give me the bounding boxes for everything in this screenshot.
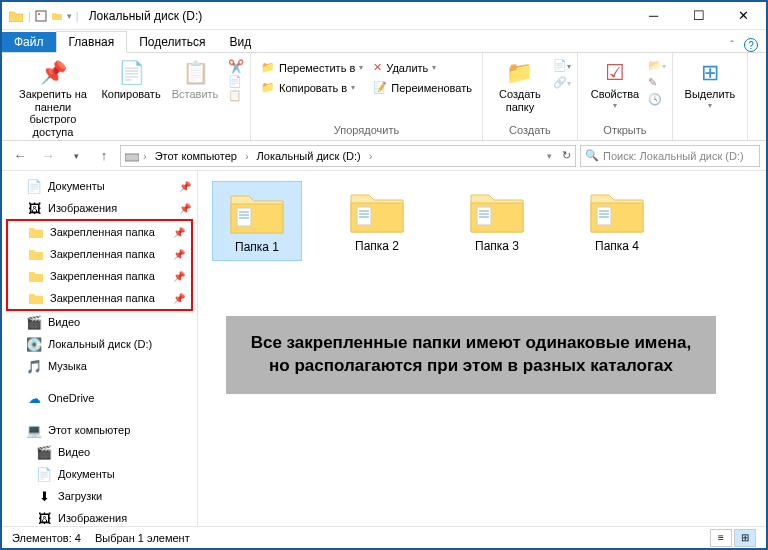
svg-rect-1: [38, 13, 40, 15]
dl-icon: ⬇: [36, 488, 52, 504]
sidebar-item-label: Изображения: [58, 512, 127, 524]
tab-home[interactable]: Главная: [56, 31, 128, 53]
sidebar-thispc[interactable]: 💻Этот компьютер: [2, 419, 197, 441]
copyto-button[interactable]: 📁Копировать в ▾: [257, 79, 367, 96]
crumb-pc[interactable]: Этот компьютер: [151, 150, 241, 162]
sidebar-item[interactable]: 🖼Изображения: [2, 507, 197, 526]
folder-small-icon[interactable]: [51, 10, 63, 22]
sidebar-item[interactable]: ⬇Загрузки: [2, 485, 197, 507]
address-bar: ← → ▾ ↑ › Этот компьютер › Локальный дис…: [2, 141, 766, 171]
sidebar-item[interactable]: 🎬Видео: [2, 441, 197, 463]
svg-rect-0: [36, 11, 46, 21]
status-bar: Элементов: 4 Выбран 1 элемент ≡ ⊞: [2, 526, 766, 548]
svg-rect-3: [237, 208, 251, 226]
img-icon: 🖼: [36, 510, 52, 526]
copy-icon: 📄: [118, 58, 145, 88]
vid-icon: 🎬: [26, 314, 42, 330]
svg-rect-2: [125, 154, 139, 161]
dropdown-icon[interactable]: ▾: [67, 11, 72, 21]
onedrive-icon: ☁: [26, 390, 42, 406]
back-button[interactable]: ←: [8, 144, 32, 168]
sidebar-item[interactable]: Закрепленная папка📌: [8, 221, 191, 243]
up-button[interactable]: ↑: [92, 144, 116, 168]
sidebar-item[interactable]: 🎬Видео: [2, 311, 197, 333]
sidebar-item[interactable]: 💽Локальный диск (D:): [2, 333, 197, 355]
crumb-drive[interactable]: Локальный диск (D:): [253, 150, 365, 162]
edit-icon: ✎: [648, 76, 666, 89]
folder-label: Папка 1: [235, 240, 279, 254]
rename-button[interactable]: 📝Переименовать: [369, 79, 476, 96]
recent-dropdown[interactable]: ▾: [64, 144, 88, 168]
delete-icon: ✕: [373, 61, 382, 74]
moveto-button[interactable]: 📁Переместить в ▾: [257, 59, 367, 76]
folder-item[interactable]: Папка 2: [332, 181, 422, 261]
svg-rect-15: [597, 207, 611, 225]
delete-button[interactable]: ✕Удалить ▾: [369, 59, 476, 76]
titlebar: | ▾ | Локальный диск (D:) ─ ☐ ✕: [2, 2, 766, 30]
history-icon[interactable]: 🕓: [648, 93, 666, 106]
cut-icon[interactable]: ✂️: [228, 59, 244, 74]
pin-button[interactable]: 📌Закрепить на панели быстрого доступа: [8, 55, 98, 142]
copypath-icon[interactable]: 📄: [228, 75, 244, 88]
properties-button[interactable]: ☑Свойства▾: [584, 55, 646, 113]
sidebar-item[interactable]: Закрепленная папка📌: [8, 243, 191, 265]
collapse-ribbon-icon[interactable]: ˆ: [730, 39, 734, 51]
sidebar-item[interactable]: 📄Документы: [2, 463, 197, 485]
tab-share[interactable]: Поделиться: [127, 32, 217, 52]
svg-rect-7: [357, 207, 371, 225]
folder-item[interactable]: Папка 1: [212, 181, 302, 261]
sidebar-item[interactable]: Закрепленная папка📌: [8, 265, 191, 287]
tab-view[interactable]: Вид: [217, 32, 263, 52]
chevron-right-icon[interactable]: ›: [143, 150, 147, 162]
newitem-icon[interactable]: 📄▾: [553, 59, 571, 72]
highlight-annotation: Закрепленная папка📌Закрепленная папка📌За…: [6, 219, 193, 311]
maximize-button[interactable]: ☐: [676, 2, 721, 30]
folder-item[interactable]: Папка 4: [572, 181, 662, 261]
sidebar-item-label: Видео: [48, 316, 80, 328]
doc-icon: 📄: [26, 178, 42, 194]
paste-icon: 📋: [182, 58, 209, 88]
sidebar-item[interactable]: 🖼Изображения📌: [2, 197, 197, 219]
status-count: Элементов: 4: [12, 532, 81, 544]
close-button[interactable]: ✕: [721, 2, 766, 30]
view-details-button[interactable]: ≡: [710, 529, 732, 547]
copy-button[interactable]: 📄Копировать: [100, 55, 162, 104]
view-icons-button[interactable]: ⊞: [734, 529, 756, 547]
refresh-icon[interactable]: ↻: [562, 149, 571, 162]
chevron-right-icon[interactable]: ›: [369, 150, 373, 162]
qat-sep: |: [28, 10, 31, 22]
pin-icon: 📌: [173, 249, 185, 260]
minimize-button[interactable]: ─: [631, 2, 676, 30]
sidebar-item-label: Закрепленная папка: [50, 270, 155, 282]
search-placeholder: Поиск: Локальный диск (D:): [603, 150, 744, 162]
window-title: Локальный диск (D:): [89, 9, 203, 23]
sidebar-item-label: Видео: [58, 446, 90, 458]
pin-icon: 📌: [179, 203, 191, 214]
sidebar-item[interactable]: 🎵Музыка: [2, 355, 197, 377]
sidebar: 📄Документы📌🖼Изображения📌 Закрепленная па…: [2, 171, 198, 526]
annotation-overlay: Все закрепленные папки имеют одинаковые …: [226, 316, 716, 394]
chevron-right-icon[interactable]: ›: [245, 150, 249, 162]
select-button[interactable]: ⊞Выделить▾: [679, 55, 741, 113]
sidebar-onedrive[interactable]: ☁OneDrive: [2, 387, 197, 409]
addr-dropdown-icon[interactable]: ▾: [547, 151, 552, 161]
folder-icon: [28, 268, 44, 284]
doc-icon: 📄: [36, 466, 52, 482]
properties-icon[interactable]: [35, 10, 47, 22]
drive-icon: [125, 150, 139, 162]
rename-icon: 📝: [373, 81, 387, 94]
sidebar-item-label: Локальный диск (D:): [48, 338, 152, 350]
main-content[interactable]: Папка 1Папка 2Папка 3Папка 4 Все закрепл…: [198, 171, 766, 526]
newfolder-button[interactable]: 📁Создать папку: [489, 55, 551, 116]
tab-file[interactable]: Файл: [2, 32, 56, 52]
vid-icon: 🎬: [36, 444, 52, 460]
sidebar-item-label: Загрузки: [58, 490, 102, 502]
help-icon[interactable]: ?: [744, 38, 758, 52]
sidebar-item[interactable]: 📄Документы📌: [2, 175, 197, 197]
forward-button: →: [36, 144, 60, 168]
sidebar-item[interactable]: Закрепленная папка📌: [8, 287, 191, 309]
address-field[interactable]: › Этот компьютер › Локальный диск (D:) ›…: [120, 145, 576, 167]
folder-icon: [28, 246, 44, 262]
search-field[interactable]: 🔍 Поиск: Локальный диск (D:): [580, 145, 760, 167]
folder-item[interactable]: Папка 3: [452, 181, 542, 261]
